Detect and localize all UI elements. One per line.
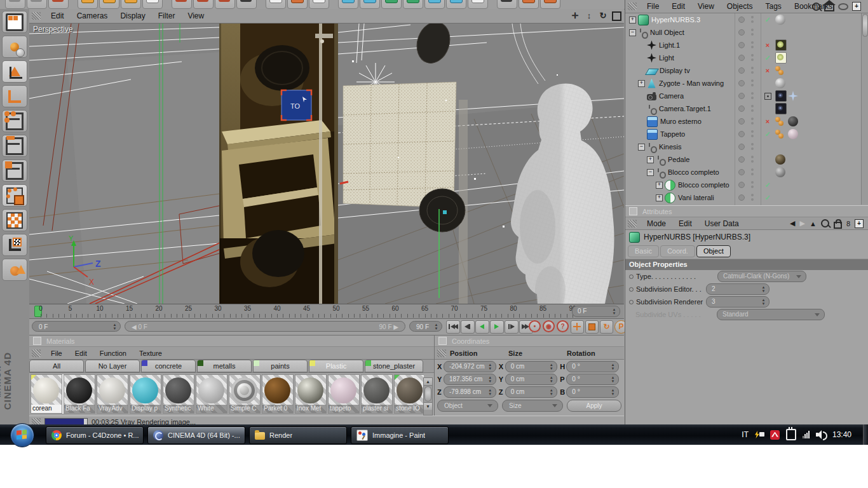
- attributes-menu-edit[interactable]: Edit: [672, 218, 698, 229]
- ruler-frame-field[interactable]: 0 F ▲▼: [572, 306, 620, 317]
- visibility-dots[interactable]: [751, 156, 754, 158]
- coord-mode-dropdown[interactable]: Object: [437, 400, 498, 412]
- stepper-arrows[interactable]: ▲▼: [761, 298, 766, 306]
- undo-button[interactable]: [5, 0, 25, 9]
- layer-tab-metalls[interactable]: metalls: [197, 360, 252, 372]
- expander-icon[interactable]: +: [656, 194, 663, 201]
- taskbar-button-c4d[interactable]: CINEMA 4D (64 Bit) -...: [147, 426, 245, 444]
- material-tag-icon[interactable]: [775, 167, 785, 177]
- material-tile[interactable]: Parket 0: [262, 374, 294, 414]
- window-layout-button[interactable]: [2, 11, 27, 33]
- visibility-dots[interactable]: [751, 79, 754, 82]
- stepper-arrows[interactable]: ▲▼: [610, 388, 616, 396]
- pan-view-icon[interactable]: ✛: [570, 11, 580, 21]
- object-tree-scrollbar[interactable]: [861, 13, 868, 205]
- material-tag-icon[interactable]: [775, 15, 785, 25]
- add-panel-icon[interactable]: +: [855, 219, 864, 228]
- layer-dot[interactable]: [738, 55, 745, 61]
- rotation-field-h[interactable]: 0 °▲▼: [566, 361, 619, 372]
- texture-mode-button[interactable]: [2, 184, 27, 207]
- phong-tag-icon[interactable]: [775, 65, 787, 76]
- disabled-x-icon[interactable]: ×: [764, 67, 771, 74]
- rotation-field-b[interactable]: 0 °▲▼: [566, 386, 619, 398]
- object-row[interactable]: +Light✓: [625, 51, 868, 64]
- object-row[interactable]: +Vani laterali✓: [625, 191, 868, 204]
- camera-tag-icon[interactable]: [775, 103, 787, 114]
- network-tray-icon[interactable]: [803, 431, 810, 438]
- layer-tab-paints[interactable]: paints: [253, 360, 308, 372]
- taskbar-button-chrome[interactable]: Forum - C4Dzone • R...: [46, 426, 144, 444]
- scale-button[interactable]: [99, 0, 119, 9]
- stepper-arrows[interactable]: ▲▼: [611, 308, 617, 315]
- panel-grip[interactable]: [628, 3, 637, 10]
- move-tool-button[interactable]: [571, 320, 584, 334]
- object-row[interactable]: +Camera: [625, 90, 868, 102]
- expander-icon[interactable]: −: [647, 169, 654, 176]
- layer-dot[interactable]: [738, 80, 745, 86]
- attribute-tab-basic[interactable]: Basic: [628, 245, 659, 257]
- materials-menu-file[interactable]: File: [44, 348, 69, 358]
- object-row[interactable]: +Light.1×: [625, 39, 868, 51]
- object-row[interactable]: −Blocco completo: [625, 166, 868, 179]
- object-label[interactable]: Tappeto: [660, 130, 685, 138]
- panel-grip[interactable]: [32, 12, 41, 20]
- object-label[interactable]: Muro esterno: [660, 118, 702, 125]
- visibility-dots[interactable]: [751, 118, 754, 120]
- layer-tab-concrete[interactable]: concrete: [141, 360, 196, 372]
- clock[interactable]: 13:40: [832, 430, 851, 439]
- panel-grip[interactable]: [628, 220, 637, 227]
- attributes-menu-mode[interactable]: Mode: [641, 218, 672, 229]
- materials-scrollbar[interactable]: ▲ ▼: [423, 377, 433, 416]
- position-field-x[interactable]: -204.972 cm▲▼: [444, 361, 496, 372]
- materials-menu-edit[interactable]: Edit: [69, 348, 93, 358]
- object-row[interactable]: +Pedale: [625, 153, 868, 166]
- material-tag-icon[interactable]: [775, 154, 785, 165]
- show-desktop-button[interactable]: [863, 424, 868, 445]
- object-row[interactable]: −Kinesis: [625, 140, 868, 153]
- layer-dot[interactable]: [738, 105, 745, 112]
- layer-tab-plastic[interactable]: Plastic: [309, 360, 363, 372]
- visibility-dots[interactable]: [751, 168, 754, 171]
- materials-menu-function[interactable]: Function: [93, 348, 133, 358]
- object-manager-menu-tags[interactable]: Tags: [759, 1, 788, 12]
- edges-mode-button[interactable]: [2, 135, 27, 157]
- apply-button[interactable]: Apply: [567, 400, 621, 412]
- taskbar-button-folder[interactable]: Render: [249, 426, 347, 444]
- subdivide-uvs-dropdown[interactable]: Standard: [717, 309, 825, 320]
- object-row[interactable]: +HyperNURBS.3✓: [625, 13, 868, 26]
- frame-range-slider[interactable]: ◀ 0 F 90 F ▶: [125, 321, 405, 332]
- material-tile[interactable]: Simple C: [229, 374, 261, 414]
- rotation-field-p[interactable]: 0 °▲▼: [566, 374, 619, 385]
- end-frame-stepper[interactable]: 90 F ▲▼: [409, 321, 442, 332]
- start-button[interactable]: [10, 423, 34, 447]
- object-label[interactable]: Light.1: [659, 41, 680, 49]
- scroll-thumb[interactable]: [862, 14, 868, 37]
- attribute-tab-coord[interactable]: Coord.: [660, 245, 695, 257]
- record-help-button[interactable]: ?: [557, 320, 569, 332]
- play-forward-button[interactable]: [490, 320, 504, 334]
- add-light-button[interactable]: [468, 0, 488, 9]
- prev-key-button[interactable]: [461, 320, 475, 334]
- current-frame-stepper[interactable]: 0 F ▲▼: [32, 321, 121, 332]
- viewport-menu-filter[interactable]: Filter: [152, 10, 182, 22]
- stepper-arrows[interactable]: ▲▼: [610, 363, 616, 370]
- object-label[interactable]: Camera: [659, 92, 684, 100]
- material-tile[interactable]: Synthetic: [163, 374, 194, 414]
- lock-icon[interactable]: [834, 222, 842, 229]
- volume-tray-icon[interactable]: [816, 430, 826, 439]
- stepper-arrows[interactable]: ▲▼: [548, 363, 554, 370]
- link-icon[interactable]: 8: [846, 220, 850, 227]
- object-label[interactable]: Null Object: [650, 29, 684, 36]
- object-label[interactable]: Display tv: [660, 67, 690, 74]
- page-button[interactable]: [142, 0, 163, 9]
- search-icon[interactable]: [812, 3, 820, 11]
- visibility-dots[interactable]: [751, 16, 754, 18]
- power-tray-icon[interactable]: [786, 429, 796, 440]
- material-tile[interactable]: VrayAdv: [97, 374, 128, 414]
- stepper-arrows[interactable]: ▲▼: [487, 388, 493, 396]
- stepper-arrows[interactable]: ▲▼: [548, 376, 554, 383]
- select-button[interactable]: [48, 0, 69, 9]
- layer-dot[interactable]: [738, 118, 745, 125]
- object-row[interactable]: +Muro esterno×: [625, 115, 868, 128]
- add-deform-button[interactable]: [424, 0, 445, 9]
